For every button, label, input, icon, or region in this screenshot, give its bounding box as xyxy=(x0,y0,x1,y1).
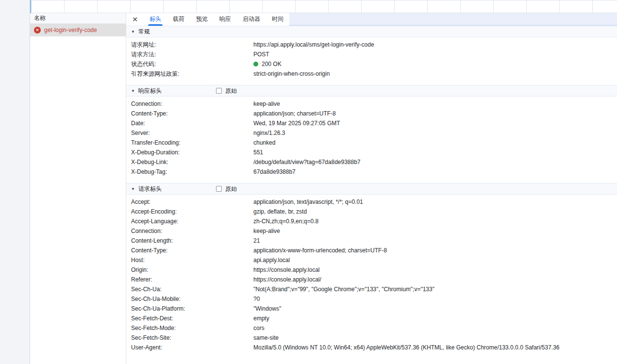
detail-tabs-group: ✕ 标头载荷预览响应启动器时间 xyxy=(126,13,289,26)
overview-frame[interactable] xyxy=(361,0,395,13)
headers-section: ▼ 响应标头 原始 Connection:keep-aliveContent-T… xyxy=(126,85,617,183)
status-ok-dot-icon xyxy=(253,62,258,66)
overview-frame[interactable] xyxy=(97,0,131,13)
header-name: Transfer-Encoding: xyxy=(131,138,253,148)
header-name: Accept-Language: xyxy=(131,216,253,226)
overview-frame[interactable] xyxy=(130,0,164,13)
header-name: Content-Type: xyxy=(131,109,253,118)
tab-initiator[interactable]: 启动器 xyxy=(237,13,266,26)
overview-frame[interactable] xyxy=(460,0,494,13)
header-name: Sec-Ch-Ua-Mobile: xyxy=(131,294,253,304)
header-value: application/json; charset=UTF-8 xyxy=(253,109,617,118)
overview-frame[interactable] xyxy=(427,0,461,13)
header-name: Referer: xyxy=(131,275,253,284)
header-row: Connection:keep-alive xyxy=(126,226,617,236)
detail-tabs: 标头载荷预览响应启动器时间 xyxy=(144,13,289,26)
header-name: User-Agent: xyxy=(131,343,253,352)
header-row: Accept-Language:zh-CN,zh;q=0.9,en;q=0.8 xyxy=(126,216,617,226)
raw-checkbox[interactable] xyxy=(216,88,222,94)
close-details-button[interactable]: ✕ xyxy=(126,13,144,26)
header-value: application/x-www-form-urlencoded; chars… xyxy=(253,246,617,255)
network-overview[interactable] xyxy=(30,0,617,13)
header-name: Origin: xyxy=(131,265,253,275)
raw-checkbox[interactable] xyxy=(216,186,222,192)
name-column-header[interactable]: 名称 xyxy=(30,13,126,24)
header-name: 请求网址: xyxy=(131,40,253,50)
header-value: Mozilla/5.0 (Windows NT 10.0; Win64; x64… xyxy=(253,343,617,352)
section-header-request-headers[interactable]: ▼ 请求标头 原始 xyxy=(126,183,617,195)
header-row: 请求方法:POST xyxy=(126,50,617,59)
header-value: ?0 xyxy=(253,294,617,304)
header-value: strict-origin-when-cross-origin xyxy=(253,69,617,79)
overview-frame[interactable] xyxy=(229,0,263,13)
overview-frame[interactable] xyxy=(64,0,98,13)
header-name: 请求方法: xyxy=(131,50,253,59)
header-name: Sec-Ch-Ua-Platform: xyxy=(131,304,253,314)
devtools-network-panel: 名称 ✕ get-login-verify-code ✕ 标头载荷预览响应启动器… xyxy=(0,0,617,364)
header-value: 200 OK xyxy=(253,59,617,69)
overview-frame[interactable] xyxy=(295,0,329,13)
page-left-margin xyxy=(0,0,30,364)
request-details-pane: ✕ 标头载荷预览响应启动器时间 ▼ 常规 请求网址:https://api.ap… xyxy=(126,13,617,364)
overview-frame[interactable] xyxy=(394,0,428,13)
tab-response[interactable]: 响应 xyxy=(214,13,237,26)
tab-headers[interactable]: 标头 xyxy=(144,13,167,26)
header-value: cors xyxy=(253,323,617,333)
section-title: 请求标头 xyxy=(138,185,162,193)
tab-preview[interactable]: 预览 xyxy=(190,13,214,26)
header-row: Sec-Ch-Ua-Mobile:?0 xyxy=(126,294,617,304)
header-row: Sec-Fetch-Site:same-site xyxy=(126,333,617,343)
header-value: keep-alive xyxy=(253,226,617,236)
header-value: gzip, deflate, br, zstd xyxy=(253,207,617,216)
header-value: chunked xyxy=(253,138,617,148)
header-value: nginx/1.26.3 xyxy=(253,128,617,138)
header-value: POST xyxy=(253,50,617,59)
header-row: X-Debug-Duration:551 xyxy=(126,148,617,157)
overview-frame[interactable] xyxy=(196,0,230,13)
tab-timing[interactable]: 时间 xyxy=(266,13,289,26)
header-value: empty xyxy=(253,314,617,323)
overview-frame[interactable] xyxy=(592,0,617,13)
collapse-triangle-icon: ▼ xyxy=(131,187,135,191)
header-row: 状态代码:200 OK xyxy=(126,59,617,69)
header-name: Connection: xyxy=(131,99,253,109)
header-value: https://console.apply.local xyxy=(253,265,617,275)
overview-frame[interactable] xyxy=(163,0,197,13)
header-row: Origin:https://console.apply.local xyxy=(126,265,617,275)
overview-frame[interactable] xyxy=(262,0,296,13)
header-name: Content-Length: xyxy=(131,236,253,246)
header-name: X-Debug-Duration: xyxy=(131,148,253,157)
detail-tabbar: ✕ 标头载荷预览响应启动器时间 xyxy=(126,13,617,26)
network-main-column: 名称 ✕ get-login-verify-code ✕ 标头载荷预览响应启动器… xyxy=(30,0,617,364)
header-value: 67da8de9388b7 xyxy=(253,167,617,177)
header-value: "Not(A:Brand";v="99", "Google Chrome";v=… xyxy=(253,284,617,294)
header-row: Host:api.apply.local xyxy=(126,255,617,265)
header-value: https://api.apply.local/sms/get-login-ve… xyxy=(253,40,617,50)
request-row-get-login-verify-code[interactable]: ✕ get-login-verify-code xyxy=(30,24,126,36)
raw-toggle[interactable]: 原始 xyxy=(216,87,237,95)
header-name: Sec-Fetch-Dest: xyxy=(131,314,253,323)
tabbar-empty-space xyxy=(289,13,617,26)
section-header-response-headers[interactable]: ▼ 响应标头 原始 xyxy=(126,85,617,97)
request-name-label: get-login-verify-code xyxy=(44,27,97,33)
overview-frame[interactable] xyxy=(526,0,560,13)
overview-frame[interactable] xyxy=(493,0,527,13)
header-name: Accept: xyxy=(131,197,253,207)
section-header-general[interactable]: ▼ 常规 xyxy=(126,26,617,37)
header-name: Connection: xyxy=(131,226,253,236)
header-name: Server: xyxy=(131,128,253,138)
header-value: api.apply.local xyxy=(253,255,617,265)
raw-toggle[interactable]: 原始 xyxy=(216,185,237,193)
tab-payload[interactable]: 载荷 xyxy=(167,13,190,26)
overview-frame[interactable] xyxy=(328,0,362,13)
header-row: Date:Wed, 19 Mar 2025 09:27:05 GMT xyxy=(126,118,617,128)
headers-section: ▼ 请求标头 原始 Accept:application/json, text/… xyxy=(126,183,617,359)
overview-frame[interactable] xyxy=(31,0,65,13)
header-value: 551 xyxy=(253,148,617,157)
header-name: Host: xyxy=(131,255,253,265)
header-value: keep-alive xyxy=(253,99,617,109)
overview-frame[interactable] xyxy=(559,0,593,13)
headers-sections: ▼ 常规 请求网址:https://api.apply.local/sms/ge… xyxy=(126,26,617,364)
section-title: 响应标头 xyxy=(138,87,162,95)
header-row: Server:nginx/1.26.3 xyxy=(126,128,617,138)
